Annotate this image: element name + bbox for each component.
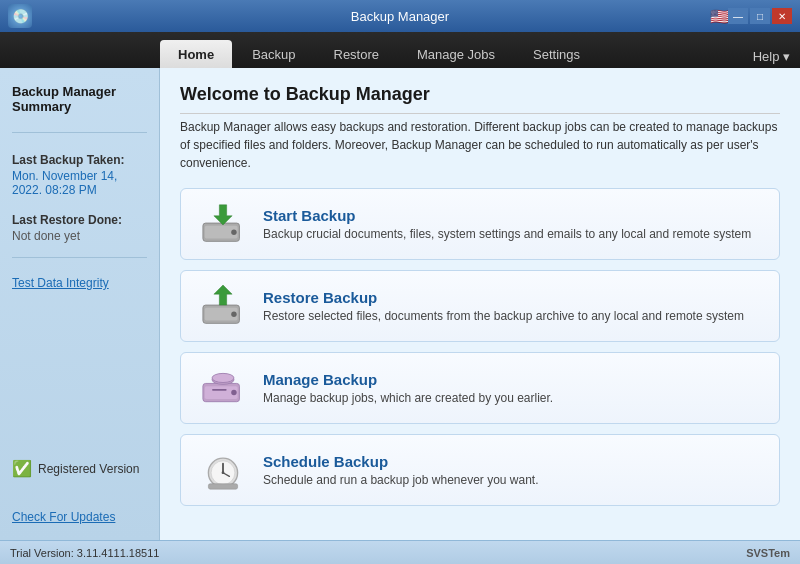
svg-point-2 xyxy=(231,229,236,234)
svg-point-13 xyxy=(212,373,234,382)
last-restore-section: Last Restore Done: Not done yet xyxy=(12,207,147,243)
content-description: Backup Manager allows easy backups and r… xyxy=(180,118,780,172)
sidebar-divider-1 xyxy=(12,132,147,133)
start-backup-card[interactable]: Start Backup Backup crucial documents, f… xyxy=(180,188,780,260)
tab-settings[interactable]: Settings xyxy=(515,40,598,68)
help-button[interactable]: Help ▾ xyxy=(753,49,790,64)
svg-point-18 xyxy=(222,471,225,474)
schedule-backup-icon xyxy=(197,447,249,493)
title-bar: 💿 Backup Manager 🇺🇸 — □ ✕ xyxy=(0,0,800,32)
content-title: Welcome to Backup Manager xyxy=(180,84,780,114)
app-title: Backup Manager xyxy=(351,9,449,24)
restore-backup-desc: Restore selected files, documents from t… xyxy=(263,309,763,323)
start-backup-desc: Backup crucial documents, files, system … xyxy=(263,227,763,241)
manage-backup-icon xyxy=(197,365,249,411)
flag-icon: 🇺🇸 xyxy=(710,7,730,26)
title-bar-left: 💿 xyxy=(8,4,32,28)
tab-backup[interactable]: Backup xyxy=(234,40,313,68)
start-backup-icon xyxy=(197,201,249,247)
schedule-backup-desc: Schedule and run a backup job whenever y… xyxy=(263,473,763,487)
manage-backup-text: Manage Backup Manage backup jobs, which … xyxy=(263,371,763,405)
brand-text: SVSTem xyxy=(746,547,790,559)
tab-manage-jobs[interactable]: Manage Jobs xyxy=(399,40,513,68)
minimize-button[interactable]: — xyxy=(728,8,748,24)
svg-point-6 xyxy=(231,311,236,316)
sidebar-title: Backup Manager Summary xyxy=(12,84,147,114)
svg-rect-11 xyxy=(212,389,227,391)
registered-icon: ✅ xyxy=(12,459,32,478)
trial-version-text: Trial Version: 3.11.4111.18511 xyxy=(10,547,159,559)
schedule-backup-card[interactable]: Schedule Backup Schedule and run a backu… xyxy=(180,434,780,506)
tab-bar: Home Backup Restore Manage Jobs Settings… xyxy=(0,32,800,68)
restore-backup-icon xyxy=(197,283,249,329)
main-layout: Backup Manager Summary Last Backup Taken… xyxy=(0,68,800,540)
tab-home[interactable]: Home xyxy=(160,40,232,68)
restore-backup-card[interactable]: Restore Backup Restore selected files, d… xyxy=(180,270,780,342)
registered-row: ✅ Registered Version xyxy=(12,447,147,478)
status-bar: Trial Version: 3.11.4111.18511 SVSTem xyxy=(0,540,800,564)
check-updates-link[interactable]: Check For Updates xyxy=(12,510,147,524)
tab-restore[interactable]: Restore xyxy=(316,40,398,68)
svg-marker-7 xyxy=(214,285,232,305)
manage-backup-title: Manage Backup xyxy=(263,371,763,388)
last-restore-label: Last Restore Done: xyxy=(12,213,147,227)
last-restore-value: Not done yet xyxy=(12,229,147,243)
maximize-button[interactable]: □ xyxy=(750,8,770,24)
manage-backup-desc: Manage backup jobs, which are created by… xyxy=(263,391,763,405)
last-backup-value: Mon. November 14, 2022. 08:28 PM xyxy=(12,169,147,197)
start-backup-text: Start Backup Backup crucial documents, f… xyxy=(263,207,763,241)
svg-marker-3 xyxy=(214,205,232,225)
registered-label: Registered Version xyxy=(38,462,139,476)
restore-backup-text: Restore Backup Restore selected files, d… xyxy=(263,289,763,323)
content-area: Welcome to Backup Manager Backup Manager… xyxy=(160,68,800,540)
schedule-backup-text: Schedule Backup Schedule and run a backu… xyxy=(263,453,763,487)
last-backup-section: Last Backup Taken: Mon. November 14, 202… xyxy=(12,147,147,197)
app-icon: 💿 xyxy=(8,4,32,28)
close-button[interactable]: ✕ xyxy=(772,8,792,24)
start-backup-title: Start Backup xyxy=(263,207,763,224)
test-integrity-link[interactable]: Test Data Integrity xyxy=(12,276,147,290)
svg-point-10 xyxy=(231,390,236,395)
sidebar-divider-2 xyxy=(12,257,147,258)
last-backup-label: Last Backup Taken: xyxy=(12,153,147,167)
svg-rect-19 xyxy=(208,484,237,489)
title-bar-controls: — □ ✕ xyxy=(728,8,792,24)
restore-backup-title: Restore Backup xyxy=(263,289,763,306)
schedule-backup-title: Schedule Backup xyxy=(263,453,763,470)
sidebar: Backup Manager Summary Last Backup Taken… xyxy=(0,68,160,540)
manage-backup-card[interactable]: Manage Backup Manage backup jobs, which … xyxy=(180,352,780,424)
